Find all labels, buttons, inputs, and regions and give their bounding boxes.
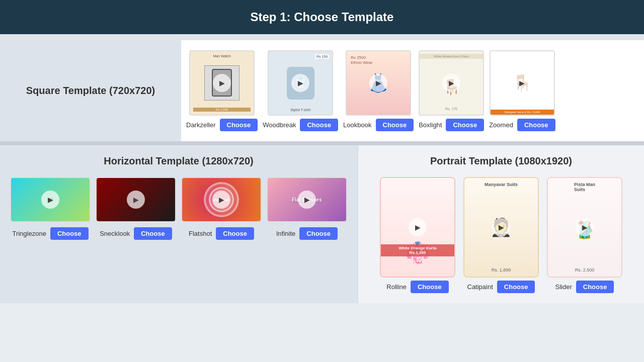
horizontal-section-title: Horizontal Template (644x362) <box>10 155 347 167</box>
snecklook-name: Snecklook <box>100 230 130 237</box>
darkzeller-thumb[interactable]: Man Watch ⌚ Rs 1,250 ▶ <box>189 50 255 116</box>
play-icon-z[interactable]: ▶ <box>513 74 531 92</box>
rolline-name: Rolline <box>386 283 407 291</box>
p-card-slider: Pista ManSuits 🥻 Rs. 2,500 ▶ Slider Choo… <box>547 177 622 293</box>
flatshot-label-row: Flatshot Choose <box>189 227 254 240</box>
woodbreak-label-row: Woodbreak Choose <box>263 119 338 131</box>
boxlight-label-row: Boxlight Choose <box>419 119 484 131</box>
woodbreak-choose-btn[interactable]: Choose <box>300 119 338 131</box>
boxlight-choose-btn[interactable]: Choose <box>446 119 484 131</box>
play-icon-inf[interactable]: ▶ <box>298 191 316 209</box>
h-template-infinite: Flat Dresses ▶ Infinite Choose <box>267 177 347 240</box>
infinite-thumb[interactable]: Flat Dresses ▶ <box>267 177 347 222</box>
woodbreak-thumb[interactable]: 👕 Rs 199 Stylist T-shirt ▶ <box>268 50 333 116</box>
template-item-zoomed: 🪑 Designer cane || Rs. 5,999 ▶ Zoomed Ch… <box>489 50 555 131</box>
lookbook-name: Lookbook <box>343 121 371 129</box>
lookbook-thumb[interactable]: Rs 2500 Ethnic Wear 👗 ▶ <box>346 50 411 116</box>
tringlezone-label-row: Tringlezone Choose <box>12 227 88 240</box>
bottom-area: Horizontal Template (644x362) 🌿 ▶ Tring… <box>0 145 644 303</box>
play-icon-rl[interactable]: ▶ <box>409 218 427 236</box>
play-icon-cp[interactable]: ▶ <box>492 218 510 236</box>
play-icon-fs[interactable]: ▶ <box>212 191 230 209</box>
zoomed-name: Zoomed <box>489 121 513 129</box>
h-template-tringlezone: 🌿 ▶ Tringlezone Choose <box>10 177 91 240</box>
template-item-lookbook: Rs 2500 Ethnic Wear 👗 ▶ Lookbook Choose <box>343 50 414 131</box>
play-icon-bl[interactable]: ▶ <box>442 74 460 92</box>
scroll-divider <box>0 34 644 40</box>
slider-choose-btn[interactable]: Choose <box>576 281 614 293</box>
rolline-thumb[interactable]: 👘 White Orange KurtaRs.1,250 ▶ <box>380 177 455 278</box>
catipaint-label-row: Catipaint Choose <box>467 281 535 293</box>
snecklook-thumb[interactable]: 🕶️ ▶ <box>96 177 176 222</box>
slider-label-row: Slider Choose <box>555 281 614 293</box>
page-title: Step 1: Choose Template <box>251 10 394 24</box>
boxlight-name: Boxlight <box>419 121 442 129</box>
darkzeller-choose-btn[interactable]: Choose <box>220 119 258 131</box>
p-card-rolline: 👘 White Orange KurtaRs.1,250 ▶ Rolline C… <box>380 177 455 293</box>
square-section-label: Square Template (720x720) <box>0 40 181 141</box>
horizontal-template-section: Horizontal Template (644x362) 🌿 ▶ Tring… <box>0 145 357 303</box>
flatshot-choose-btn[interactable]: Choose <box>216 227 254 240</box>
play-icon[interactable]: ▶ <box>213 74 231 92</box>
template-item-woodbreak: 👕 Rs 199 Stylist T-shirt ▶ Woodbreak Cho… <box>263 50 338 131</box>
flatshot-thumb[interactable]: Anarkali ▶ <box>181 177 262 222</box>
rolline-choose-btn[interactable]: Choose <box>411 281 449 293</box>
play-icon-tz[interactable]: ▶ <box>41 191 59 209</box>
slider-thumb[interactable]: Pista ManSuits 🥻 Rs. 2,500 ▶ <box>547 177 622 278</box>
infinite-choose-btn[interactable]: Choose <box>299 227 338 240</box>
p-card-catipaint: Manyavar Suits 🤵 Rs. 1,899 ▶ Catipaint C… <box>463 177 539 293</box>
square-templates-row: Man Watch ⌚ Rs 1,250 ▶ Darkzeller Choose… <box>181 40 644 141</box>
darkzeller-name: Darkzeller <box>186 121 216 129</box>
lookbook-choose-btn[interactable]: Choose <box>376 119 414 131</box>
h-template-flatshot: Anarkali ▶ Flatshot Choose <box>181 177 262 240</box>
boxlight-thumb[interactable]: White Molded Eero Chairs 🪑 Rs. 770 ▶ <box>419 50 484 116</box>
horizontal-templates-grid: 🌿 ▶ Tringlezone Choose 🕶️ ▶ <box>10 177 347 240</box>
template-item-boxlight: White Molded Eero Chairs 🪑 Rs. 770 ▶ Box… <box>419 50 484 131</box>
template-item-darkzeller: Man Watch ⌚ Rs 1,250 ▶ Darkzeller Choose <box>186 50 258 131</box>
slider-name: Slider <box>555 283 572 291</box>
play-icon-wb[interactable]: ▶ <box>291 74 309 92</box>
section-divider <box>0 141 644 145</box>
snecklook-choose-btn[interactable]: Choose <box>134 227 172 240</box>
rolline-label-row: Rolline Choose <box>386 281 448 293</box>
infinite-name: Infinite <box>276 230 295 237</box>
zoomed-label-row: Zoomed Choose <box>489 119 555 131</box>
catipaint-choose-btn[interactable]: Choose <box>497 281 535 293</box>
zoomed-thumb[interactable]: 🪑 Designer cane || Rs. 5,999 ▶ <box>490 50 555 116</box>
flatshot-name: Flatshot <box>189 230 212 237</box>
woodbreak-name: Woodbreak <box>263 121 296 129</box>
portrait-templates-row: 👘 White Orange KurtaRs.1,250 ▶ Rolline C… <box>368 177 634 293</box>
catipaint-thumb[interactable]: Manyavar Suits 🤵 Rs. 1,899 ▶ <box>463 177 539 278</box>
catipaint-name: Catipaint <box>467 283 493 291</box>
tringlezone-choose-btn[interactable]: Choose <box>50 227 89 240</box>
h-template-snecklook: 🕶️ ▶ Snecklook Choose <box>96 177 176 240</box>
page-header: Step 1: Choose Template <box>0 0 644 34</box>
play-icon-sr[interactable]: ▶ <box>576 218 594 236</box>
tringlezone-name: Tringlezone <box>12 230 46 237</box>
play-icon-sl[interactable]: ▶ <box>127 191 145 209</box>
square-template-section: Square Template (720x720) Man Watch ⌚ Rs… <box>0 40 644 141</box>
snecklook-label-row: Snecklook Choose <box>100 227 172 240</box>
infinite-label-row: Infinite Choose <box>276 227 338 240</box>
lookbook-label-row: Lookbook Choose <box>343 119 414 131</box>
play-icon-lb[interactable]: ▶ <box>369 74 387 92</box>
zoomed-choose-btn[interactable]: Choose <box>517 119 555 131</box>
portrait-section-title: Portrait Template (1080x1920) <box>368 155 634 167</box>
darkzeller-label-row: Darkzeller Choose <box>186 119 258 131</box>
tringlezone-thumb[interactable]: 🌿 ▶ <box>10 177 91 222</box>
portrait-template-section: Portrait Template (1080x1920) 👘 White Or… <box>357 145 644 303</box>
